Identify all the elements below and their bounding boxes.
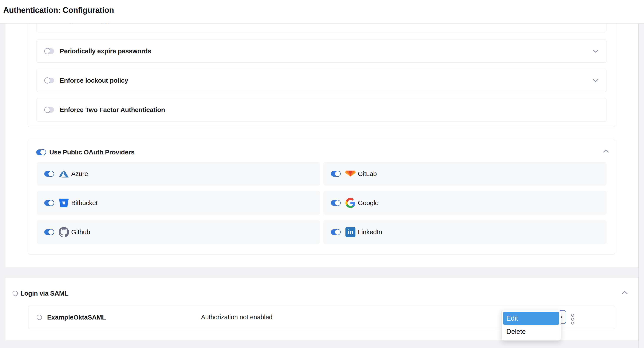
provider-name: GitLab <box>358 170 377 178</box>
context-menu: Edit Delete <box>501 310 561 340</box>
provider-tile-linkedin: in LinkedIn <box>323 220 607 244</box>
toggle-knob <box>334 171 341 177</box>
linkedin-toggle[interactable] <box>331 229 340 235</box>
github-toggle[interactable] <box>44 229 54 235</box>
page-header: Authentication: Configuration <box>0 0 644 24</box>
toggle-knob <box>48 229 54 235</box>
saml-entry-radio[interactable] <box>37 315 42 320</box>
github-icon <box>58 227 69 237</box>
periodically-expire-passwords-toggle[interactable] <box>44 48 54 54</box>
kebab-menu-icon[interactable] <box>569 313 576 325</box>
kebab-dot <box>571 318 574 321</box>
chevron-down-icon[interactable] <box>593 79 598 82</box>
bitbucket-icon <box>58 198 69 208</box>
provider-tile-bitbucket: Bitbucket <box>37 191 320 215</box>
google-icon <box>345 198 356 208</box>
provider-name: Bitbucket <box>71 199 98 207</box>
provider-tile-google: Google <box>323 191 607 215</box>
setting-label: Periodically expire passwords <box>60 47 151 55</box>
enforce-lockout-policy-toggle[interactable] <box>44 78 54 83</box>
toggle-knob <box>334 229 341 235</box>
menu-item-edit[interactable]: Edit <box>503 312 559 325</box>
chevron-down-icon[interactable] <box>593 49 598 53</box>
kebab-dot <box>571 322 574 324</box>
use-public-oauth-toggle[interactable] <box>36 149 46 155</box>
menu-item-delete[interactable]: Delete <box>503 325 559 339</box>
enforce-two-factor-toggle[interactable] <box>44 107 54 113</box>
page-title: Authentication: Configuration <box>3 6 114 15</box>
toggle-knob <box>44 77 50 84</box>
toggle-knob <box>48 171 54 177</box>
gitlab-icon <box>345 168 356 179</box>
toggle-knob <box>40 149 46 155</box>
provider-tile-azure: Azure <box>37 162 320 186</box>
chevron-up-icon[interactable] <box>603 149 609 153</box>
provider-name: LinkedIn <box>358 228 382 236</box>
setting-row-periodically-expire-passwords[interactable]: Periodically expire passwords <box>36 39 606 63</box>
oauth-section-title: Use Public OAuth Providers <box>49 148 134 156</box>
saml-section-header: Login via SAML <box>12 290 68 297</box>
setting-row-enforce-two-factor[interactable]: Enforce Two Factor Authentication <box>36 98 606 121</box>
provider-name: Github <box>71 228 90 236</box>
setting-label: Enforce lockout policy <box>60 77 128 84</box>
saml-entry-status: Authorization not enabled <box>201 314 272 321</box>
scrollbar-gutter <box>638 24 644 348</box>
google-toggle[interactable] <box>331 200 340 206</box>
saml-radio[interactable] <box>12 291 18 296</box>
provider-tile-gitlab: GitLab <box>323 162 607 186</box>
chevron-up-icon[interactable] <box>622 291 628 294</box>
provider-name: Google <box>358 199 379 207</box>
azure-toggle[interactable] <box>44 171 54 177</box>
setting-label: Enforce Two Factor Authentication <box>60 106 165 113</box>
saml-section-title: Login via SAML <box>20 290 68 297</box>
saml-entry-name: ExampleOktaSAML <box>47 314 106 321</box>
provider-tile-github: Github <box>37 220 320 244</box>
kebab-dot <box>571 314 574 317</box>
toggle-knob <box>44 48 50 54</box>
toggle-knob <box>334 200 341 206</box>
bitbucket-toggle[interactable] <box>44 200 54 206</box>
azure-icon <box>58 168 69 179</box>
auth-settings-panel: Require strong passwords Periodically ex… <box>6 24 638 267</box>
toggle-knob <box>44 107 50 113</box>
gitlab-toggle[interactable] <box>331 171 340 177</box>
setting-row-enforce-lockout-policy[interactable]: Enforce lockout policy <box>36 69 606 92</box>
oauth-providers-card: Use Public OAuth Providers Azure <box>28 139 615 254</box>
provider-name: Azure <box>71 170 88 178</box>
linkedin-icon: in <box>345 227 356 237</box>
toggle-knob <box>48 200 54 206</box>
